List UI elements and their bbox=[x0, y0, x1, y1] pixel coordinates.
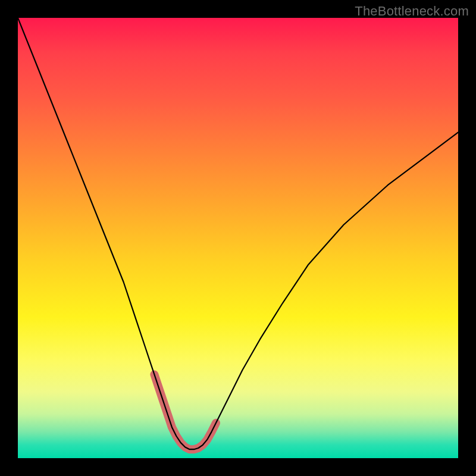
bottleneck-plot bbox=[18, 18, 458, 458]
highlight-series bbox=[154, 374, 216, 449]
watermark-text: TheBottleneck.com bbox=[355, 4, 469, 19]
chart-area bbox=[18, 18, 458, 458]
curve-series bbox=[18, 18, 458, 449]
